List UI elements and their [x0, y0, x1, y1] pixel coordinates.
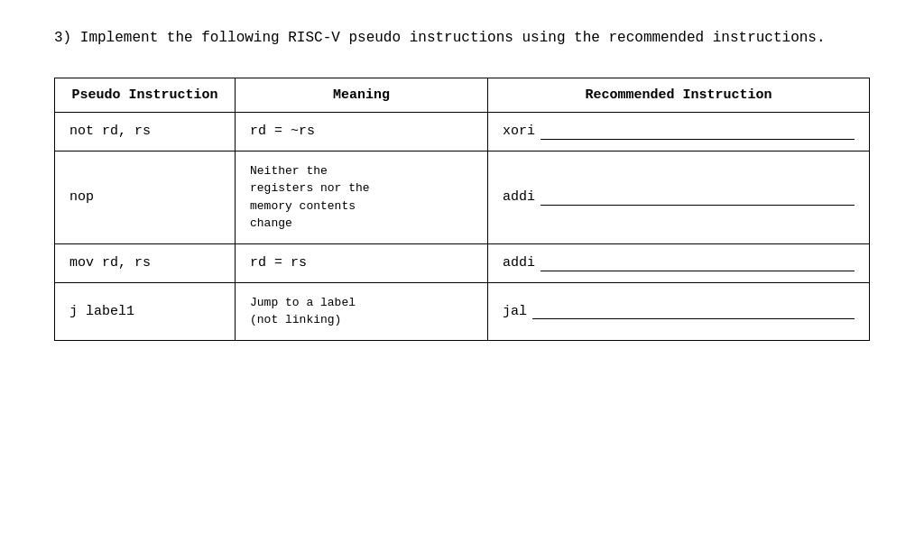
header-meaning: Meaning	[236, 78, 488, 112]
table-row: j label1Jump to a label(not linking)jal	[55, 282, 870, 340]
pseudo-cell: j label1	[55, 282, 236, 340]
answer-underline[interactable]	[541, 189, 855, 206]
answer-underline[interactable]	[541, 255, 855, 271]
recommended-cell: addi	[488, 243, 870, 282]
recommended-prefix: jal	[503, 304, 527, 319]
recommended-prefix: addi	[503, 189, 535, 205]
page-container: 3) Implement the following RISC-V pseudo…	[0, 0, 924, 560]
table-header-row: Pseudo Instruction Meaning Recommended I…	[55, 78, 870, 112]
table-row: not rd, rsrd = ~rsxori	[55, 112, 870, 151]
answer-underline[interactable]	[541, 124, 855, 140]
answer-underline[interactable]	[532, 303, 855, 319]
header-recommended: Recommended Instruction	[488, 78, 870, 112]
meaning-cell: rd = ~rs	[236, 112, 488, 151]
question-text: 3) Implement the following RISC-V pseudo…	[54, 27, 870, 50]
header-pseudo: Pseudo Instruction	[55, 78, 236, 112]
meaning-cell: rd = rs	[236, 243, 488, 282]
question-number: 3)	[54, 30, 71, 46]
meaning-cell: Jump to a label(not linking)	[236, 282, 488, 340]
pseudo-cell: nop	[55, 151, 236, 243]
table-wrapper: Pseudo Instruction Meaning Recommended I…	[54, 78, 870, 341]
table-row: nopNeither theregisters nor thememory co…	[55, 151, 870, 243]
instructions-table: Pseudo Instruction Meaning Recommended I…	[54, 78, 870, 341]
question-body: Implement the following RISC-V pseudo in…	[80, 30, 826, 46]
recommended-prefix: addi	[503, 255, 535, 271]
pseudo-cell: mov rd, rs	[55, 243, 236, 282]
pseudo-cell: not rd, rs	[55, 112, 236, 151]
meaning-cell: Neither theregisters nor thememory conte…	[236, 151, 488, 243]
table-row: mov rd, rsrd = rsaddi	[55, 243, 870, 282]
recommended-cell: addi	[488, 151, 870, 243]
recommended-cell: xori	[488, 112, 870, 151]
recommended-cell: jal	[488, 282, 870, 340]
recommended-prefix: xori	[503, 124, 535, 139]
